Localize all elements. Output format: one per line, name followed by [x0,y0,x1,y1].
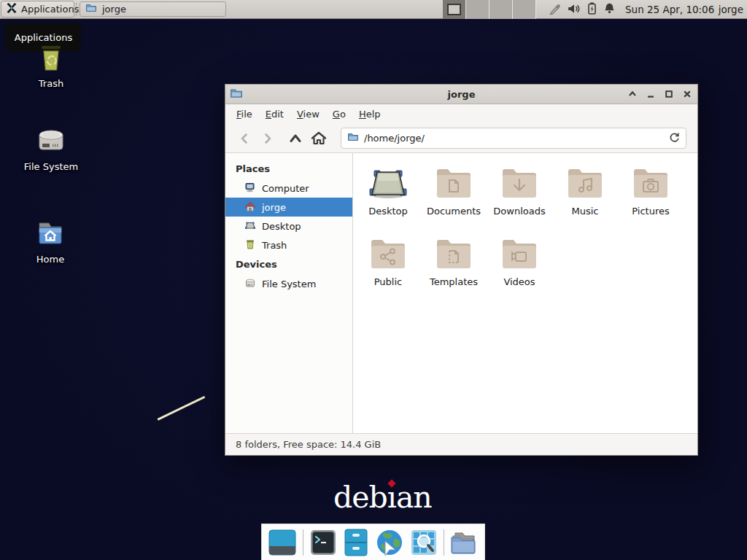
file-manager-window: jorge File Edit View Go Help [225,84,698,456]
sidebar-item-label: Computer [262,183,309,194]
workspace-3[interactable] [489,0,513,19]
desktop-root: Applications jorge [0,0,747,560]
workspace-4[interactable] [513,0,536,19]
xfce-applications-icon [6,2,18,16]
debian-logo-text: deb [333,480,387,515]
workspace-1[interactable] [443,0,466,19]
sidebar-item-label: Desktop [262,221,301,232]
forward-button[interactable] [256,128,279,149]
dock-separator [303,529,303,556]
menu-file[interactable]: File [230,106,259,122]
bottom-dock [261,524,485,560]
desktop-icon-home[interactable]: Home [15,216,85,265]
file-item-desktop[interactable]: Desktop [355,163,421,234]
menu-edit[interactable]: Edit [259,106,290,122]
file-item-videos[interactable]: Videos [487,234,552,305]
status-bar: 8 folders, Free space: 14.4 GiB [225,433,697,455]
reload-icon[interactable] [669,132,680,145]
sidebar: Places Computer [225,153,353,434]
menu-view[interactable]: View [290,106,326,122]
documents-folder-icon [421,163,487,204]
file-item-pictures[interactable]: Pictures [618,163,684,234]
desktop-folder-icon [355,163,421,204]
desktop-icon-label: Trash [16,78,86,89]
panel-clock[interactable]: Sun 25 Apr, 10:06 [625,0,714,19]
trash-icon [244,238,256,252]
drive-icon [244,277,256,291]
top-panel: Applications jorge [0,0,747,19]
sidebar-item-file-system[interactable]: File System [225,274,352,293]
sidebar-item-jorge[interactable]: jorge [225,198,352,217]
status-text: 8 folders, Free space: 14.4 GiB [236,439,381,450]
taskbar-window-button[interactable]: jorge [80,1,226,17]
volume-icon[interactable] [568,3,581,17]
file-label: Downloads [487,206,552,217]
pen-tablet-icon[interactable] [548,2,561,18]
desktop-icon-label: Home [15,254,85,265]
file-label: Music [552,206,618,217]
panel-username[interactable]: jorge [719,0,743,19]
minimize-button[interactable] [645,88,657,100]
taskbar-window-label: jorge [102,4,126,15]
sidebar-item-label: jorge [262,202,286,213]
computer-icon [244,182,256,195]
desktop-icon-trash[interactable]: Trash [16,40,86,89]
maximize-button[interactable] [663,88,675,100]
close-button[interactable] [681,88,693,100]
panel-handle[interactable] [76,3,78,16]
sidebar-header-devices: Devices [225,254,352,274]
home-button[interactable] [307,128,330,149]
web-browser-icon[interactable] [375,528,404,557]
workspace-switcher[interactable] [443,0,536,19]
notifications-bell-icon[interactable] [603,2,616,17]
window-titlebar[interactable]: jorge [225,85,697,104]
menu-go[interactable]: Go [326,106,352,122]
menu-bar: File Edit View Go Help [225,104,697,124]
file-label: Pictures [618,206,684,217]
trash-icon [16,40,86,75]
file-label: Documents [421,206,487,217]
back-button[interactable] [233,128,256,149]
downloads-folder-icon [487,163,552,204]
workspace-2[interactable] [466,0,489,19]
app-finder-icon[interactable] [410,528,438,557]
file-label: Public [355,276,421,287]
pictures-folder-icon [618,163,684,204]
file-item-music[interactable]: Music [552,163,618,234]
dock-separator [444,529,444,556]
videos-folder-icon [487,234,552,275]
sidebar-item-label: File System [262,279,316,289]
file-grid: Desktop Documents [353,153,697,434]
desktop-icon-file-system[interactable]: File System [16,123,86,172]
window-body: Places Computer [225,153,697,434]
applications-menu-label: Applications [21,4,79,15]
file-item-downloads[interactable]: Downloads [487,163,552,234]
battery-icon[interactable] [587,2,597,17]
music-folder-icon [552,163,618,204]
terminal-icon[interactable] [309,528,337,557]
file-item-public[interactable]: Public [355,234,421,305]
window-folder-icon [230,87,243,102]
up-button[interactable] [284,128,307,149]
file-manager-icon[interactable] [343,528,369,557]
show-desktop-icon[interactable] [268,528,297,557]
location-path[interactable]: /home/jorge/ [364,133,664,144]
cursor-streak [157,396,205,421]
file-item-documents[interactable]: Documents [421,163,487,234]
sidebar-item-desktop[interactable]: Desktop [225,217,352,236]
menu-help[interactable]: Help [352,106,387,122]
location-bar[interactable]: /home/jorge/ [341,128,686,149]
applications-menu-button[interactable]: Applications [1,1,74,18]
file-item-templates[interactable]: Templates [421,234,487,305]
folder-icon[interactable] [449,528,479,557]
harddrive-icon [16,123,86,158]
templates-folder-icon [421,234,487,275]
toolbar: /home/jorge/ [225,124,697,153]
sidebar-item-computer[interactable]: Computer [225,179,352,198]
file-label: Videos [487,276,552,287]
shade-button[interactable] [627,88,638,100]
home-folder-icon [15,216,85,251]
sidebar-item-trash[interactable]: Trash [225,236,352,254]
public-share-folder-icon [355,234,421,275]
system-tray [548,0,616,19]
